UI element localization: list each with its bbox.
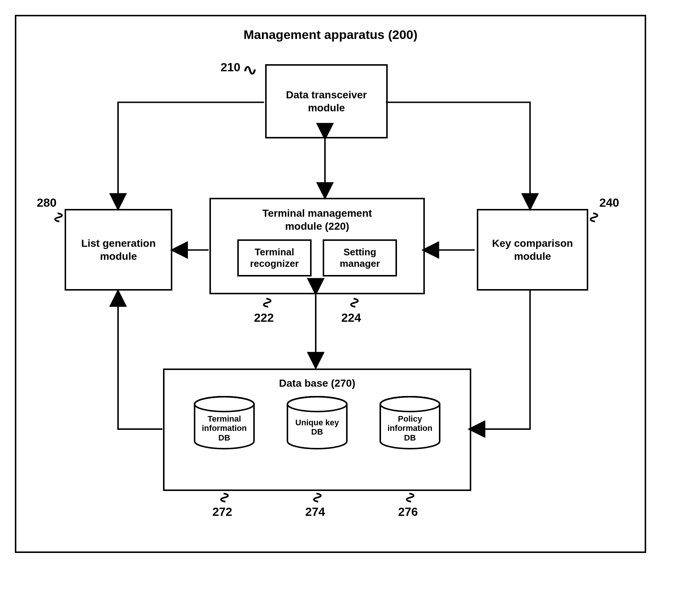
ref-274: 274 (305, 505, 325, 519)
ref-240: 240 (599, 196, 619, 210)
sub-setting-manager: Setting manager (323, 239, 397, 276)
db-policy-info: Policy information DB (377, 395, 443, 442)
diagram-canvas: Data transceiver module ∿ 210 List gener… (35, 49, 626, 543)
label-setting-manager: Setting manager (340, 246, 380, 269)
squiggle-224: ∿ (346, 297, 364, 309)
outer-frame: Management apparatus (200) Data transcei… (15, 15, 646, 553)
squiggle-222: ∿ (259, 297, 276, 309)
cylinder-icon (377, 395, 443, 451)
db-unique-key: Unique key DB (284, 395, 351, 442)
cylinder-icon (284, 395, 351, 451)
label-terminal-management: Terminal management module (220) (262, 207, 372, 233)
label-database: Data base (270) (279, 377, 355, 390)
sub-terminal-recognizer: Terminal recognizer (237, 239, 312, 276)
block-list-generation: List generation module (65, 209, 172, 291)
ref-276: 276 (398, 505, 418, 519)
block-terminal-management: Terminal management module (220) Termina… (209, 198, 425, 294)
cylinder-icon (191, 395, 258, 451)
ref-222: 222 (254, 311, 274, 325)
squiggle-240: ∿ (586, 211, 603, 224)
ref-210: 210 (221, 60, 240, 74)
block-key-comparison: Key comparison module (477, 209, 588, 291)
squiggle-276: ∿ (402, 491, 419, 504)
squiggle-210: ∿ (242, 61, 258, 78)
squiggle-274: ∿ (309, 491, 326, 504)
diagram-title: Management apparatus (200) (35, 27, 626, 42)
squiggle-272: ∿ (216, 491, 234, 504)
label-data-transceiver: Data transceiver module (286, 88, 367, 114)
db-terminal-info: Terminal information DB (191, 395, 258, 442)
db-cylinders-row: Terminal information DB Unique key DB (191, 395, 443, 442)
label-list-generation: List generation module (81, 237, 156, 263)
ref-280: 280 (37, 196, 56, 210)
tm-sub-row: Terminal recognizer Setting manager (237, 239, 397, 276)
label-key-comparison: Key comparison module (492, 237, 573, 263)
squiggle-280: ∿ (51, 211, 68, 224)
block-data-transceiver: Data transceiver module (265, 64, 388, 138)
block-database: Data base (270) Terminal information DB (163, 369, 471, 491)
label-terminal-recognizer: Terminal recognizer (250, 246, 299, 269)
ref-224: 224 (341, 311, 361, 325)
ref-272: 272 (212, 505, 232, 519)
